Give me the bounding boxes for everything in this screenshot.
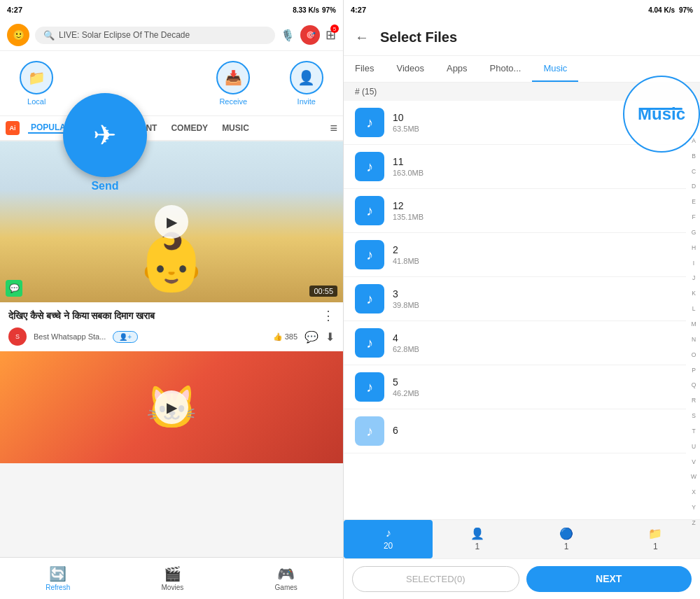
like-button[interactable]: 👍 385 [273,332,298,341]
nav-refresh[interactable]: 🔄 Refresh [46,565,70,591]
nav-movies[interactable]: 🎬 Movies [162,565,184,591]
local-button[interactable]: 📁 Local [20,61,53,106]
video-thumbnail-1: 👶 ▶ 💬 [0,141,343,302]
play-button[interactable]: ▶ [155,205,188,239]
tab-comedy[interactable]: COMEDY [168,123,211,133]
file-info: 6 [393,425,675,437]
invite-button[interactable]: 👤 Invite [290,61,323,106]
more-menu-icon[interactable]: ≡ [330,121,337,136]
list-item[interactable]: ♪ 2 41.8MB [344,233,686,277]
music-file-icon: ♪ [355,152,384,181]
bottom-nav: 🔄 Refresh 🎬 Movies 🎮 Games [0,557,343,599]
type-tab-contacts[interactable]: 👤 1 [433,520,522,558]
next-button[interactable]: NEXT [526,566,692,592]
channel-avatar: S [8,327,27,346]
tab-apps[interactable]: Apps [435,56,479,82]
invite-icon: 👤 [290,61,323,94]
video-info-1: देखिए कैसे बच्चे ने किया सबका दिमाग खराब… [0,302,343,351]
follow-button[interactable]: 👤+ [113,331,138,343]
video-card-2[interactable]: 🐱 ▶ [0,351,343,463]
local-icon: 📁 [20,61,53,94]
video-bg-2: 🐱 ▶ [0,351,343,463]
file-size: 39.8MB [393,301,675,309]
music-underline [640,108,682,110]
list-item[interactable]: ♪ 11 163.0MB [344,145,686,189]
channel-name: Best Whatsapp Sta... [34,332,106,341]
list-item[interactable]: ♪ 12 135.1MB [344,189,686,233]
tab-videos[interactable]: Videos [385,56,435,82]
list-item[interactable]: ♪ 3 39.8MB [344,277,686,321]
type-tab-music[interactable]: ♪ 20 [344,520,433,558]
receive-button[interactable]: 📥 Receive [216,61,250,106]
search-icon: 🔍 [43,30,55,41]
search-input[interactable]: 🔍 LIVE: Solar Eclipse Of The Decade [35,27,275,44]
file-name: 4 [393,332,675,344]
video-card-1[interactable]: 👶 ▶ 💬 00:55 [0,141,343,302]
like-count: 385 [285,332,298,341]
nav-games[interactable]: 🎮 Games [275,565,298,591]
file-size: 41.8MB [393,257,675,265]
back-button[interactable]: ← [355,29,369,45]
speed-left: 8.33 K/s [293,6,319,14]
more-options-icon[interactable]: ⋮ [322,308,335,323]
tab-photos[interactable]: Photo... [479,56,533,82]
download-icon[interactable]: ⬇ [326,330,335,344]
file-info: 5 46.2MB [393,376,675,397]
type-tab-media[interactable]: 🔵 1 [522,520,611,558]
grid-menu[interactable]: ⊞ 5 [326,27,336,43]
notification-icon[interactable]: 🎯 [300,25,320,45]
file-list: ♪ 10 63.5MB ♪ 11 163.0MB ♪ 12 135.1MB [344,101,700,519]
music-annotation-circle: Music [623,76,700,153]
tab-music[interactable]: MUSIC [219,123,252,133]
music-type-icon: ♪ [386,527,391,540]
music-file-icon: ♪ [355,416,384,446]
music-file-icon: ♪ [355,108,384,137]
status-bar-left: 4:27 8.33 K/s 97% [0,0,343,20]
time-left: 4:27 [7,6,22,14]
battery-left: 97% [322,6,336,14]
music-file-icon: ♪ [355,284,384,313]
thumb-up-icon: 👍 [273,332,283,341]
tab-music[interactable]: Music [532,56,578,82]
right-panel: 4:27 4.04 K/s 97% ← Select Files Music F… [343,0,700,599]
send-button-overlay[interactable]: ✈ Send [63,93,147,192]
action-row: 📁 Local ✈ Send 📥 Receive 👤 Invite [0,51,343,116]
list-item[interactable]: ♪ 4 62.8MB [344,321,686,365]
file-info: 4 62.8MB [393,332,675,353]
right-header: ← Select Files [344,20,700,56]
battery-right: 97% [679,6,693,14]
type-tab-folder[interactable]: 📁 1 [611,520,700,558]
play-button-2[interactable]: ▶ [0,351,343,463]
list-item[interactable]: ♪ 5 46.2MB [344,365,686,409]
tab-files[interactable]: Files [344,56,385,82]
nav-movies-label: Movies [162,584,184,591]
receive-icon: 📥 [216,61,250,94]
alpha-index[interactable]: # A B C D E F G H I J K L M N O P Q R S … [687,119,700,529]
music-file-icon: ♪ [355,196,384,225]
file-info: 11 163.0MB [393,156,675,177]
file-size: 46.2MB [393,389,675,397]
search-bar: 🙂 🔍 LIVE: Solar Eclipse Of The Decade 🎙️… [0,20,343,51]
whatsapp-share-icon[interactable]: 💬 [304,330,318,344]
play-icon-2: ▶ [155,390,188,424]
file-info: 12 135.1MB [393,200,675,221]
music-circle-content: Music [638,104,685,124]
file-info: 2 41.8MB [393,244,675,265]
invite-label: Invite [298,97,316,106]
send-icon: ✈ [93,119,117,151]
file-name: 6 [393,425,675,436]
refresh-icon: 🔄 [49,565,66,582]
status-icons-right: 4.04 K/s 97% [648,6,693,14]
mic-icon[interactable]: 🎙️ [281,29,295,42]
status-bar-right: 4:27 4.04 K/s 97% [344,0,700,20]
left-panel: 4:27 8.33 K/s 97% 🙂 🔍 LIVE: Solar Eclips… [0,0,343,599]
video-meta-row: S Best Whatsapp Sta... 👤+ 👍 385 💬 ⬇ [8,327,335,346]
list-item[interactable]: ♪ 6 [344,409,686,453]
file-name: 3 [393,288,675,300]
selected-button[interactable]: SELECTED(0) [352,566,519,592]
folder-type-count: 1 [653,542,658,551]
contacts-type-icon: 👤 [470,527,484,540]
avatar: 🙂 [7,24,29,46]
file-size: 163.0MB [393,169,675,177]
send-label: Send [63,180,147,192]
